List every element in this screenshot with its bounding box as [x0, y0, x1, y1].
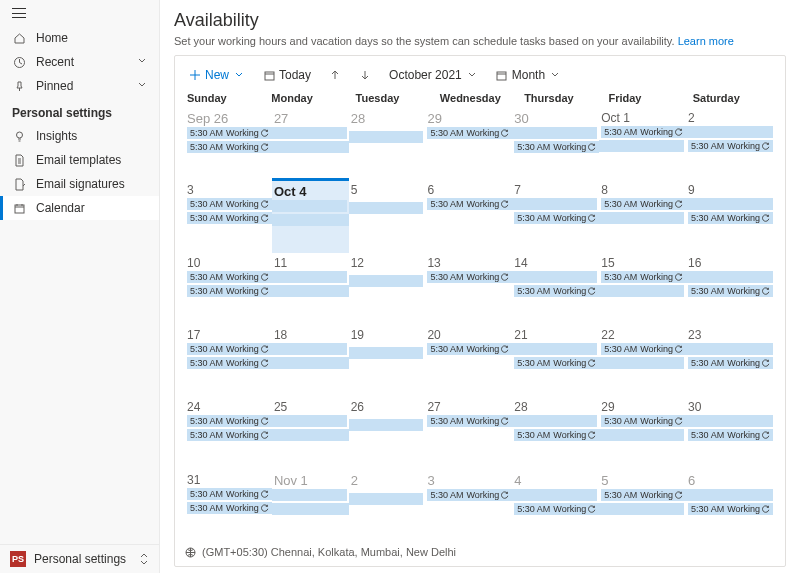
sidebar-footer[interactable]: PS Personal settings — [0, 544, 159, 573]
calendar-event[interactable]: 5:30 AMWorking — [427, 127, 512, 139]
calendar-cell[interactable]: 35:30 AMWorking — [425, 470, 512, 542]
calendar-cell[interactable]: 2 — [349, 470, 426, 542]
calendar-event[interactable] — [349, 202, 424, 214]
calendar-event[interactable] — [599, 140, 684, 152]
calendar-event[interactable]: 5:30 AMWorking — [187, 488, 272, 500]
calendar-event[interactable] — [272, 285, 349, 297]
calendar-cell[interactable]: 315:30 AMWorking5:30 AMWorking — [185, 470, 272, 542]
calendar-cell[interactable]: 85:30 AMWorking — [599, 180, 686, 252]
calendar-event[interactable]: 5:30 AMWorking — [601, 126, 686, 138]
calendar-event[interactable] — [349, 275, 424, 287]
calendar-event[interactable]: 5:30 AMWorking — [601, 343, 686, 355]
calendar-cell[interactable]: 35:30 AMWorking5:30 AMWorking — [185, 180, 272, 252]
calendar-cell[interactable]: Nov 1 — [272, 470, 349, 542]
calendar-event[interactable] — [512, 489, 597, 501]
calendar-event[interactable] — [272, 271, 347, 283]
calendar-event[interactable] — [272, 429, 349, 441]
calendar-cell[interactable]: 225:30 AMWorking — [599, 325, 686, 397]
hamburger-button[interactable] — [0, 0, 159, 26]
nav-item-calendar[interactable]: Calendar — [0, 196, 159, 220]
calendar-event[interactable] — [512, 127, 597, 139]
calendar-event[interactable] — [272, 141, 349, 153]
calendar-cell[interactable]: 275:30 AMWorking — [425, 397, 512, 469]
calendar-event[interactable]: 5:30 AMWorking — [514, 212, 599, 224]
calendar-event[interactable]: 5:30 AMWorking — [187, 343, 272, 355]
calendar-event[interactable]: 5:30 AMWorking — [187, 429, 272, 441]
calendar-event[interactable]: 5:30 AMWorking — [427, 415, 512, 427]
calendar-cell[interactable]: 135:30 AMWorking — [425, 253, 512, 325]
calendar-event[interactable]: 5:30 AMWorking — [514, 285, 599, 297]
calendar-event[interactable]: 5:30 AMWorking — [187, 415, 272, 427]
calendar-event[interactable] — [349, 419, 424, 431]
calendar-event[interactable]: 5:30 AMWorking — [427, 271, 512, 283]
calendar-cell[interactable]: 295:30 AMWorking — [599, 397, 686, 469]
timezone-row[interactable]: (GMT+05:30) Chennai, Kolkata, Mumbai, Ne… — [185, 542, 775, 558]
view-picker[interactable]: Month — [492, 66, 565, 84]
calendar-event[interactable] — [512, 271, 597, 283]
calendar-cell[interactable]: 175:30 AMWorking5:30 AMWorking — [185, 325, 272, 397]
calendar-event[interactable]: 5:30 AMWorking — [514, 429, 599, 441]
learn-more-link[interactable]: Learn more — [678, 35, 734, 47]
calendar-event[interactable] — [272, 357, 349, 369]
calendar-cell[interactable]: 16 5:30 AMWorking — [686, 253, 775, 325]
calendar-event[interactable]: 5:30 AMWorking — [688, 357, 773, 369]
nav-item-email-templates[interactable]: Email templates — [0, 148, 159, 172]
calendar-event[interactable]: 5:30 AMWorking — [187, 271, 272, 283]
calendar-event[interactable]: 5:30 AMWorking — [187, 198, 272, 210]
calendar-event[interactable]: 5:30 AMWorking — [601, 415, 686, 427]
nav-item-email-signatures[interactable]: Email signatures — [0, 172, 159, 196]
nav-item-insights[interactable]: Insights — [0, 124, 159, 148]
calendar-cell[interactable]: 7 5:30 AMWorking — [512, 180, 599, 252]
calendar-cell[interactable]: 155:30 AMWorking — [599, 253, 686, 325]
nav-item-pinned[interactable]: Pinned — [0, 74, 159, 98]
calendar-event[interactable]: 5:30 AMWorking — [187, 285, 272, 297]
calendar-event[interactable]: 5:30 AMWorking — [187, 141, 272, 153]
calendar-cell[interactable]: 28 — [349, 108, 426, 180]
calendar-event[interactable] — [599, 503, 684, 515]
calendar-event[interactable]: 5:30 AMWorking — [688, 503, 773, 515]
new-button[interactable]: New — [185, 66, 249, 84]
calendar-cell[interactable]: 12 — [349, 253, 426, 325]
calendar-cell[interactable]: 105:30 AMWorking5:30 AMWorking — [185, 253, 272, 325]
calendar-event[interactable]: 5:30 AMWorking — [427, 198, 512, 210]
calendar-event[interactable] — [512, 343, 597, 355]
calendar-cell[interactable]: 245:30 AMWorking5:30 AMWorking — [185, 397, 272, 469]
calendar-event[interactable] — [272, 489, 347, 501]
calendar-cell[interactable]: 25 — [272, 397, 349, 469]
calendar-cell[interactable]: Oct 4 — [272, 178, 349, 252]
calendar-cell[interactable]: 23 5:30 AMWorking — [686, 325, 775, 397]
calendar-event[interactable]: 5:30 AMWorking — [427, 343, 512, 355]
calendar-event[interactable]: 5:30 AMWorking — [514, 141, 599, 153]
calendar-event[interactable] — [686, 271, 773, 283]
calendar-event[interactable] — [686, 489, 773, 501]
calendar-cell[interactable]: Oct 15:30 AMWorking — [599, 108, 686, 180]
calendar-event[interactable]: 5:30 AMWorking — [427, 489, 512, 501]
calendar-event[interactable] — [599, 212, 684, 224]
today-button[interactable]: Today — [259, 66, 315, 84]
calendar-event[interactable] — [272, 200, 347, 212]
calendar-event[interactable] — [599, 429, 684, 441]
calendar-event[interactable]: 5:30 AMWorking — [601, 271, 686, 283]
nav-item-recent[interactable]: Recent — [0, 50, 159, 74]
calendar-event[interactable]: 5:30 AMWorking — [187, 502, 272, 514]
calendar-event[interactable] — [512, 198, 597, 210]
calendar-cell[interactable]: Sep 265:30 AMWorking5:30 AMWorking — [185, 108, 272, 180]
calendar-event[interactable] — [272, 214, 349, 226]
calendar-cell[interactable]: 55:30 AMWorking — [599, 470, 686, 542]
calendar-cell[interactable]: 9 5:30 AMWorking — [686, 180, 775, 252]
calendar-cell[interactable]: 2 5:30 AMWorking — [686, 108, 775, 180]
calendar-event[interactable] — [686, 343, 773, 355]
calendar-cell[interactable]: 295:30 AMWorking — [425, 108, 512, 180]
calendar-cell[interactable]: 5 — [349, 180, 426, 252]
next-button[interactable] — [355, 67, 375, 83]
calendar-cell[interactable]: 28 5:30 AMWorking — [512, 397, 599, 469]
calendar-cell[interactable]: 65:30 AMWorking — [425, 180, 512, 252]
calendar-cell[interactable]: 205:30 AMWorking — [425, 325, 512, 397]
calendar-event[interactable] — [686, 415, 773, 427]
calendar-event[interactable]: 5:30 AMWorking — [187, 127, 272, 139]
calendar-cell[interactable]: 30 5:30 AMWorking — [512, 108, 599, 180]
calendar-cell[interactable]: 19 — [349, 325, 426, 397]
calendar-cell[interactable]: 14 5:30 AMWorking — [512, 253, 599, 325]
calendar-cell[interactable]: 4 5:30 AMWorking — [512, 470, 599, 542]
calendar-event[interactable] — [686, 198, 773, 210]
